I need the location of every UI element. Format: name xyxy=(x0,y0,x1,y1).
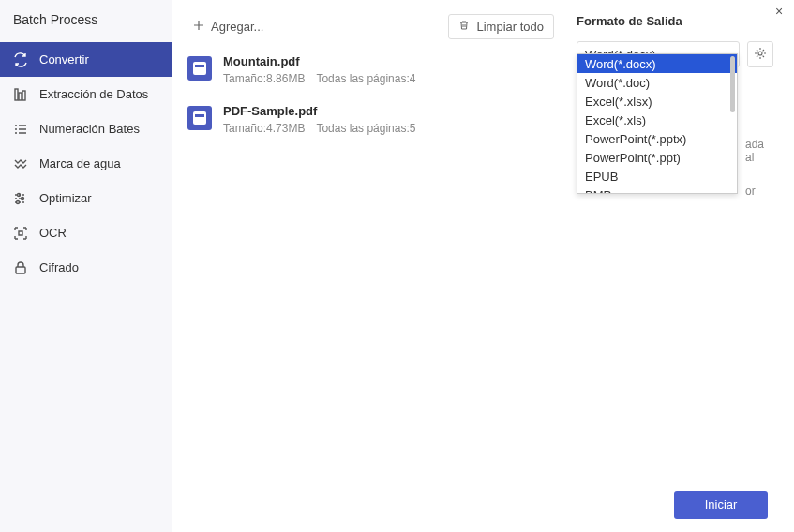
file-name: Mountain.pdf xyxy=(223,54,415,68)
file-item[interactable]: PDF-Sample.pdf Tamaño:4.73MB Todas las p… xyxy=(187,104,554,135)
optimize-icon xyxy=(13,191,28,206)
dropdown-option[interactable]: BMP xyxy=(577,185,737,193)
file-column: Agregar... Limpiar todo Mountain.pdf xyxy=(172,0,569,476)
settings-button[interactable] xyxy=(747,41,773,67)
svg-rect-1 xyxy=(19,93,22,100)
dropdown-scrollbar[interactable] xyxy=(730,56,735,112)
dropdown-option[interactable]: PowerPoint(*.pptx) xyxy=(577,129,737,148)
sidebar: Batch Process Convertir Extracción de Da… xyxy=(0,0,172,532)
sidebar-item-label: Optimizar xyxy=(39,191,92,205)
dropdown-option[interactable]: PowerPoint(*.ppt) xyxy=(577,148,737,167)
bates-icon xyxy=(13,122,28,137)
sidebar-item-extraccion[interactable]: Extracción de Datos xyxy=(0,77,172,111)
watermark-icon xyxy=(13,156,28,171)
svg-point-7 xyxy=(758,52,762,55)
gear-icon xyxy=(754,47,767,63)
file-size: Tamaño:4.73MB xyxy=(223,122,305,135)
clear-label: Limpiar todo xyxy=(476,20,544,34)
sidebar-item-ocr[interactable]: OCR xyxy=(0,215,172,250)
file-name: PDF-Sample.pdf xyxy=(223,104,415,118)
plus-icon xyxy=(193,20,204,34)
sidebar-item-bates[interactable]: Numeración Bates xyxy=(0,111,172,146)
add-button[interactable]: Agregar... xyxy=(187,16,269,37)
file-pages: Todas las páginas:4 xyxy=(316,72,415,85)
dropdown-option[interactable]: Word(*.docx) xyxy=(577,54,737,73)
sidebar-item-optimizar[interactable]: Optimizar xyxy=(0,181,172,215)
footer: Iniciar xyxy=(172,476,794,532)
file-pages: Todas las páginas:5 xyxy=(316,122,415,135)
output-column: Formato de Salida Word(*.docx) ⌄ Word(*. xyxy=(569,0,794,476)
convert-icon xyxy=(13,52,28,67)
sidebar-item-label: Cifrado xyxy=(39,260,79,274)
dropdown-option[interactable]: EPUB xyxy=(577,167,737,185)
sidebar-item-marca-agua[interactable]: Marca de agua xyxy=(0,146,172,181)
partial-hint-text: ada al or xyxy=(745,138,773,218)
add-label: Agregar... xyxy=(211,20,263,34)
dropdown-option[interactable]: Excel(*.xls) xyxy=(577,111,737,129)
svg-point-5 xyxy=(17,200,20,203)
start-label: Iniciar xyxy=(705,497,738,511)
sidebar-item-label: OCR xyxy=(39,226,67,240)
sidebar-item-label: Marca de agua xyxy=(39,156,121,170)
svg-rect-6 xyxy=(16,267,25,273)
file-item[interactable]: Mountain.pdf Tamaño:8.86MB Todas las pág… xyxy=(187,54,554,85)
file-icon xyxy=(187,56,212,81)
output-title: Formato de Salida xyxy=(577,14,773,28)
ocr-icon xyxy=(13,226,28,241)
svg-rect-2 xyxy=(22,91,25,100)
svg-rect-0 xyxy=(15,89,18,100)
dropdown-option[interactable]: Word(*.doc) xyxy=(577,73,737,92)
file-icon xyxy=(187,106,212,130)
sidebar-item-convertir[interactable]: Convertir xyxy=(0,42,172,77)
lock-icon xyxy=(13,260,28,275)
file-size: Tamaño:8.86MB xyxy=(223,72,305,85)
sidebar-item-label: Numeración Bates xyxy=(39,122,140,136)
format-dropdown: Word(*.docx) Word(*.doc) Excel(*.xlsx) E… xyxy=(577,53,738,194)
sidebar-item-label: Extracción de Datos xyxy=(39,87,148,101)
trash-icon xyxy=(458,20,470,34)
sidebar-item-cifrado[interactable]: Cifrado xyxy=(0,250,172,285)
clear-all-button[interactable]: Limpiar todo xyxy=(448,14,554,39)
sidebar-title: Batch Process xyxy=(0,0,172,42)
dropdown-option[interactable]: Excel(*.xlsx) xyxy=(577,92,737,111)
start-button[interactable]: Iniciar xyxy=(674,491,768,519)
sidebar-item-label: Convertir xyxy=(39,52,89,66)
extract-icon xyxy=(13,87,28,102)
